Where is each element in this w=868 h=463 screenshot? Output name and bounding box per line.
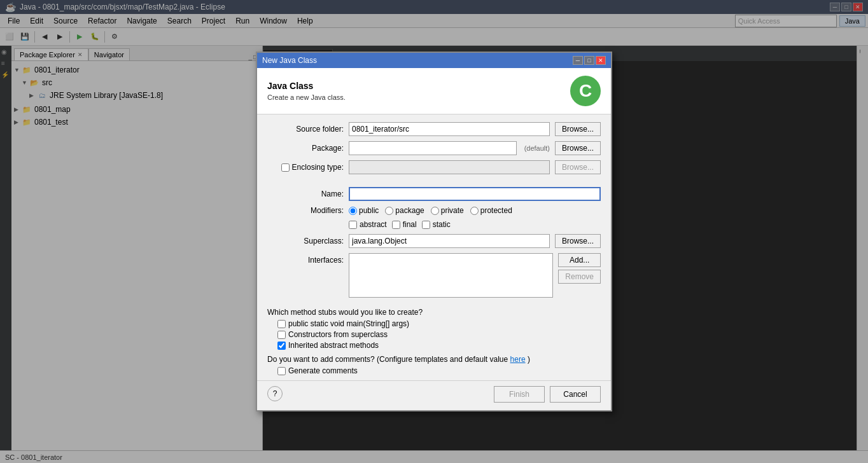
buttons-spacer	[288, 386, 489, 403]
stub-inherited-label: Inherited abstract methods	[277, 341, 601, 350]
stub-main-text: public static void main(String[] args)	[288, 319, 409, 328]
mod-package-option: package	[385, 206, 424, 215]
dialog-minimize-btn[interactable]: ─	[573, 56, 583, 65]
new-java-class-dialog: New Java Class ─ □ ✕ Java Class Create a…	[256, 52, 612, 411]
dialog-logo: C	[570, 76, 601, 106]
enclosing-type-input[interactable]	[349, 160, 550, 174]
dialog-close-btn[interactable]: ✕	[596, 56, 606, 65]
source-folder-browse-btn[interactable]: Browse...	[555, 122, 601, 136]
finish-button[interactable]: Finish	[494, 386, 545, 403]
interfaces-add-btn[interactable]: Add...	[558, 253, 601, 267]
mod-private-option: private	[431, 206, 464, 215]
interfaces-buttons: Add... Remove	[558, 253, 601, 284]
mod-package-radio[interactable]	[385, 207, 393, 215]
name-row: Name:	[267, 187, 601, 201]
dialog-title-text: New Java Class	[262, 56, 317, 65]
stub-inherited-text: Inherited abstract methods	[288, 341, 379, 350]
help-button[interactable]: ?	[267, 386, 283, 401]
dialog-buttons: ? Finish Cancel	[257, 380, 611, 410]
stub-constructors-text: Constructors from superclass	[288, 330, 388, 339]
enclosing-type-label: Enclosing type:	[292, 163, 344, 172]
enclosing-type-row: Enclosing type: Browse...	[267, 160, 601, 174]
superclass-browse-btn[interactable]: Browse...	[555, 234, 601, 248]
stub-main-label: public static void main(String[] args)	[277, 319, 601, 328]
cancel-button[interactable]: Cancel	[550, 386, 601, 403]
dialog-titlebar: New Java Class ─ □ ✕	[257, 53, 611, 68]
modifiers-options: public package private protected	[349, 206, 516, 215]
mod-protected-option: protected	[470, 206, 512, 215]
source-folder-input[interactable]	[349, 122, 550, 136]
enclosing-type-checkbox-label: Enclosing type:	[281, 163, 344, 172]
mod-abstract-checkbox[interactable]	[349, 221, 357, 229]
generate-comments-row: Generate comments	[267, 366, 601, 375]
comments-question-end: )	[528, 355, 530, 364]
eclipse-window: ☕ Java - 0801_map/src/com/bjsxt/map/Test…	[0, 0, 868, 463]
dialog-body: Source folder: Browse... Package: (defau…	[257, 114, 611, 305]
interfaces-label: Interfaces:	[267, 256, 344, 265]
mod-abstract-label: abstract	[349, 220, 387, 229]
generate-comments-checkbox[interactable]	[277, 367, 286, 375]
package-row: Package: (default) Browse...	[267, 141, 601, 155]
package-input[interactable]	[349, 141, 517, 155]
superclass-row: Superclass: Browse...	[267, 234, 601, 248]
interfaces-remove-btn[interactable]: Remove	[558, 270, 601, 284]
comments-question: Do you want to add comments? (Configure …	[267, 355, 601, 364]
enclosing-type-check-container: Enclosing type:	[267, 163, 344, 172]
stub-constructors-label: Constructors from superclass	[277, 330, 601, 339]
superclass-input[interactable]	[349, 234, 550, 248]
modifiers-row-1: Modifiers: public package private	[267, 206, 601, 215]
package-label: Package:	[267, 144, 344, 153]
stub-main-checkbox[interactable]	[277, 320, 286, 328]
generate-comments-label: Generate comments	[277, 366, 601, 375]
dialog-header-title: Java Class	[267, 81, 346, 91]
stubs-options: public static void main(String[] args) C…	[267, 319, 601, 350]
dialog-header-subtitle: Create a new Java class.	[267, 93, 346, 101]
modifiers-label: Modifiers:	[267, 206, 344, 215]
mod-static-label: static	[422, 220, 451, 229]
spacer-1	[267, 179, 601, 182]
modifiers-row-2: abstract final static	[267, 220, 601, 229]
mod-public-option: public	[349, 206, 379, 215]
comments-question-text: Do you want to add comments? (Configure …	[267, 355, 508, 364]
mod-protected-label: protected	[480, 206, 512, 215]
mod-private-label: private	[441, 206, 464, 215]
modifiers2-options: abstract final static	[349, 220, 451, 229]
stubs-section: Which method stubs would you like to cre…	[257, 305, 611, 350]
mod-abstract-text: abstract	[360, 220, 387, 229]
mod-final-label: final	[392, 220, 417, 229]
mod-package-label: package	[395, 206, 424, 215]
mod-private-radio[interactable]	[431, 207, 439, 215]
enclosing-type-browse-btn[interactable]: Browse...	[555, 160, 601, 174]
mod-protected-radio[interactable]	[470, 207, 479, 215]
superclass-label: Superclass:	[267, 237, 344, 245]
mod-public-radio[interactable]	[349, 207, 357, 215]
dialog-header-info: Java Class Create a new Java class.	[267, 81, 346, 101]
enclosing-type-checkbox[interactable]	[281, 163, 290, 172]
modal-overlay: New Java Class ─ □ ✕ Java Class Create a…	[0, 0, 868, 463]
mod-static-checkbox[interactable]	[422, 221, 430, 229]
dialog-controls: ─ □ ✕	[573, 56, 606, 65]
dialog-header: Java Class Create a new Java class. C	[257, 68, 611, 114]
mod-public-label: public	[359, 206, 379, 215]
dialog-maximize-btn[interactable]: □	[584, 56, 594, 65]
name-label: Name:	[267, 190, 344, 198]
name-input[interactable]	[349, 187, 601, 201]
mod-final-text: final	[403, 220, 417, 229]
interfaces-textarea[interactable]	[349, 253, 553, 298]
source-folder-row: Source folder: Browse...	[267, 122, 601, 136]
comments-section: Do you want to add comments? (Configure …	[257, 350, 611, 375]
mod-final-checkbox[interactable]	[392, 221, 400, 229]
mod-static-text: static	[433, 220, 451, 229]
stub-constructors-checkbox[interactable]	[277, 331, 286, 339]
here-link[interactable]: here	[510, 355, 526, 364]
dialog-logo-char: C	[579, 81, 592, 101]
package-default: (default)	[524, 144, 550, 152]
package-browse-btn[interactable]: Browse...	[555, 141, 601, 155]
stubs-question: Which method stubs would you like to cre…	[267, 308, 601, 317]
generate-comments-text: Generate comments	[288, 366, 358, 375]
source-folder-label: Source folder:	[267, 125, 344, 134]
stub-inherited-checkbox[interactable]	[277, 342, 286, 350]
interfaces-row: Interfaces: Add... Remove	[267, 253, 601, 298]
